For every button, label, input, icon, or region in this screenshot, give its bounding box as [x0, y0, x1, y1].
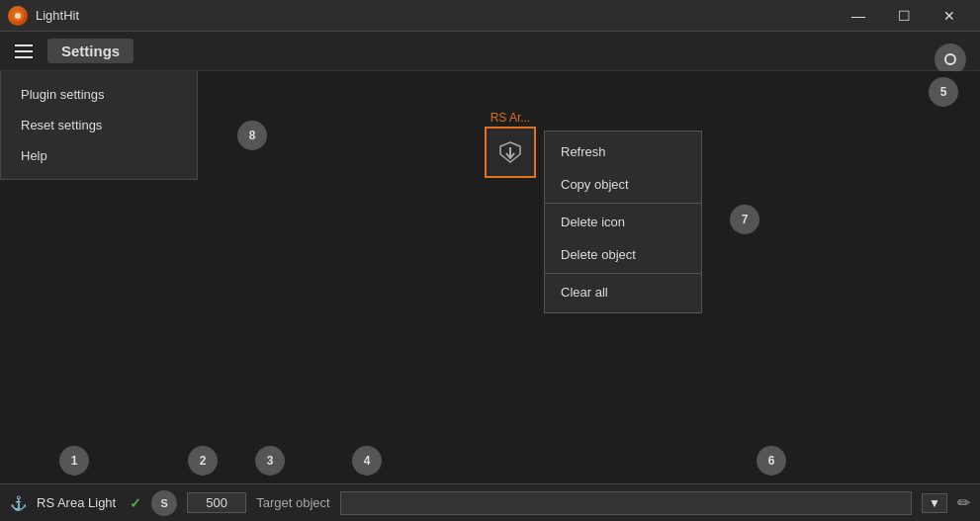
menu-bar: Settings: [0, 32, 980, 71]
main-area: Plugin settings Reset settings Help 5 8 …: [0, 71, 980, 483]
target-object-input[interactable]: [340, 491, 912, 515]
app-icon: [8, 6, 28, 26]
object-icon-box[interactable]: [485, 127, 536, 178]
minimize-button[interactable]: —: [836, 0, 881, 32]
context-menu-delete-object[interactable]: Delete object: [545, 238, 701, 271]
context-menu-copy-object[interactable]: Copy object: [545, 168, 701, 201]
context-menu-divider-2: [545, 273, 701, 274]
reset-settings-item[interactable]: Reset settings: [1, 110, 197, 140]
s-badge: S: [151, 490, 177, 516]
record-button-inner: [944, 53, 956, 65]
help-item[interactable]: Help: [1, 140, 197, 171]
title-bar-controls: — ☐ ✕: [836, 0, 972, 32]
maximize-button[interactable]: ☐: [881, 0, 927, 32]
number-value-box[interactable]: 500: [187, 492, 246, 513]
context-menu-divider-1: [545, 203, 701, 204]
target-dropdown-button[interactable]: ▼: [922, 493, 947, 513]
object-icon-svg: [496, 138, 524, 166]
context-menu: Refresh Copy object Delete icon Delete o…: [544, 130, 702, 313]
badge-7: 7: [730, 205, 759, 234]
badge-1: 1: [59, 446, 89, 476]
check-icon: ✓: [130, 495, 141, 511]
object-node[interactable]: RS Ar...: [485, 111, 536, 178]
badge-2: 2: [188, 446, 218, 476]
title-bar-left: LightHit: [8, 6, 79, 26]
menu-settings-title[interactable]: Settings: [47, 39, 134, 63]
title-bar: LightHit — ☐ ✕: [0, 0, 980, 32]
context-menu-clear-all[interactable]: Clear all: [545, 276, 701, 308]
pencil-edit-button[interactable]: ✏: [957, 493, 970, 512]
badge-8: 8: [237, 121, 267, 150]
plugin-settings-item[interactable]: Plugin settings: [1, 79, 197, 110]
anchor-icon: ⚓: [10, 495, 27, 511]
badge-3: 3: [255, 446, 285, 476]
badge-5: 5: [929, 77, 958, 107]
settings-dropdown: Plugin settings Reset settings Help: [0, 71, 198, 180]
hamburger-menu-button[interactable]: [8, 36, 40, 67]
badge-4: 4: [352, 446, 382, 476]
status-bar: ⚓ RS Area Light ✓ S 500 Target object ▼ …: [0, 483, 980, 521]
context-menu-delete-icon[interactable]: Delete icon: [545, 206, 701, 238]
target-object-label: Target object: [256, 495, 329, 510]
object-label: RS Ar...: [490, 111, 531, 125]
object-name-label: RS Area Light: [37, 495, 116, 510]
badge-6: 6: [757, 446, 786, 476]
context-menu-refresh[interactable]: Refresh: [545, 135, 701, 168]
svg-point-1: [15, 13, 21, 19]
close-button[interactable]: ✕: [927, 0, 972, 32]
app-title: LightHit: [36, 8, 79, 23]
